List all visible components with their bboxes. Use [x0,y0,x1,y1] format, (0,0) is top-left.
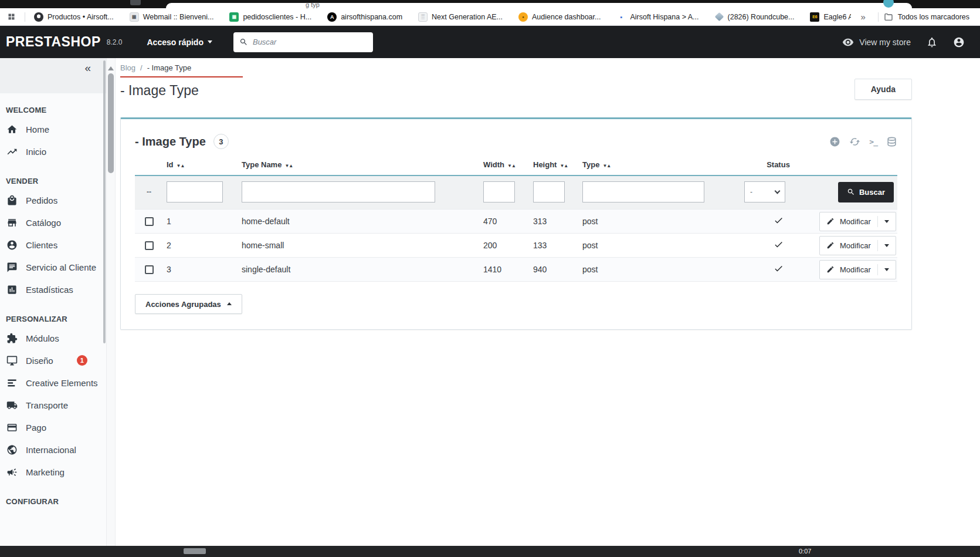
sidebar-section: CONFIGURAR [0,497,106,506]
panel-title: - Image Type [135,135,206,148]
modify-button[interactable]: Modificar [819,260,896,279]
terminal-icon[interactable]: >_ [869,137,877,146]
prestashop-logo[interactable]: PRESTASHOP [6,34,101,50]
bookmark-item[interactable]: (2826) Roundcube... [715,12,795,22]
bulk-actions-button[interactable]: Acciones Agrupadas [135,294,242,314]
bookmark-item[interactable]: Productos • Airsoft... [34,12,114,22]
sort-arrows-icon[interactable]: ▼▲ [177,163,185,168]
sidebar-item-modulos[interactable]: Módulos [0,327,106,349]
sort-arrows-icon[interactable]: ▼▲ [559,163,568,168]
dropdown-caret-icon[interactable] [884,244,889,249]
col-header-height[interactable]: Height▼▲ [530,158,579,175]
page: g typ Productos • Airsoft...▦Webmail :: … [0,0,980,557]
sidebar-item-home[interactable]: Home [0,118,106,140]
help-button[interactable]: Ayuda [854,79,912,100]
sidebar-item-creative-elements[interactable]: Creative Elements [0,372,106,394]
panel-toolbar: >_ [829,136,897,147]
main-scrollbar-thumb[interactable] [108,73,114,173]
modify-button[interactable]: Modificar [819,236,896,255]
bookmark-item[interactable]: ▪Airsoft Hispana > A... [616,12,698,22]
table-filter-row: -- - [135,175,897,210]
row-checkbox[interactable] [145,241,154,250]
quick-access-dropdown[interactable]: Acceso rápido [147,38,212,47]
browser-active-tab[interactable]: g typ [166,3,912,8]
main-scrollbar[interactable] [106,58,116,557]
all-bookmarks-button[interactable]: Todos los marcadores [884,12,974,22]
table-row: 1home-default470313postModificar [135,210,897,234]
add-circle-icon[interactable] [829,136,840,147]
sidebar-item-inicio[interactable]: Inicio [0,140,106,163]
sidebar-item-catalogo[interactable]: Catálogo [0,211,106,234]
cell-height: 133 [530,234,579,258]
search-input[interactable] [253,38,367,46]
sidebar-nav: WELCOMEHomeInicioVENDERPedidosCatálogoCl… [0,106,106,506]
cell-type: post [579,210,741,234]
sidebar-scrollbar-thumb[interactable] [103,60,106,343]
database-icon[interactable] [886,136,897,147]
sidebar-section-title: PERSONALIZAR [0,315,106,323]
col-header-id[interactable]: Id▼▲ [163,158,238,175]
sidebar-item-diseno[interactable]: Diseño1 [0,349,106,372]
sidebar-item-internacional[interactable]: Internacional [0,438,106,461]
breadcrumb-current: - Image Type [147,63,192,72]
filter-id-input[interactable] [167,181,223,202]
refresh-icon[interactable] [849,136,860,147]
status-enabled-check-icon[interactable] [774,264,784,274]
card-icon [6,422,18,433]
sidebar-item-marketing[interactable]: Marketing [0,461,106,483]
productos-favicon [34,12,43,22]
count-badge: 3 [213,134,229,149]
sidebar-item-transporte[interactable]: Transporte [0,394,106,416]
scroll-up-arrow-icon[interactable] [108,63,114,70]
sidebar-item-pago[interactable]: Pago [0,416,106,438]
dropdown-caret-icon[interactable] [884,268,889,274]
notifications-bell-icon[interactable] [926,36,938,48]
filter-type-input[interactable] [582,181,704,202]
col-header-width[interactable]: Width▼▲ [480,158,530,175]
breadcrumb-separator: / [140,63,143,72]
sort-arrows-icon[interactable]: ▼▲ [602,163,611,168]
sort-arrows-icon[interactable]: ▼▲ [507,163,516,168]
filter-width-input[interactable] [483,181,515,202]
col-header-type-name[interactable]: Type Name▼▲ [238,158,480,175]
sidebar-item-clientes[interactable]: Clientes [0,234,106,256]
bookmarks-overflow-chevron[interactable]: » [860,12,865,22]
bookmark-label: Next Generation AE... [432,13,503,21]
sidebar-collapse-icon[interactable]: « [84,62,91,75]
home-icon [6,124,18,135]
bookmark-item[interactable]: ▦pedidosclientes - H... [229,12,311,22]
row-checkbox[interactable] [145,265,154,274]
col-header-type[interactable]: Type▼▲ [579,158,741,175]
search-submit-button[interactable]: Buscar [838,182,894,202]
filter-status-select[interactable]: - [744,181,785,202]
status-enabled-check-icon[interactable] [774,239,784,249]
sidebar-item-pedidos[interactable]: Pedidos [0,189,106,211]
filter-height-input[interactable] [533,181,565,202]
title-row: - Image Type Ayuda [120,83,912,100]
sidebar-item-estadisticas[interactable]: Estadísticas [0,278,106,301]
eagle6-favicon: E6 [810,12,819,22]
sidebar-item-servicio-al-cliente[interactable]: Servicio al Cliente [0,256,106,278]
view-my-store-label: View my store [859,38,911,47]
bookmark-item[interactable]: ▦Webmail :: Bienveni... [130,12,214,22]
pencil-icon [826,217,835,225]
progress-segment[interactable] [184,548,206,554]
row-checkbox[interactable] [145,217,154,226]
chevron-up-icon [227,300,232,305]
bookmark-item[interactable]: Aairsofthispana.com [327,12,402,22]
user-account-icon[interactable] [953,36,965,48]
filter-type-name-input[interactable] [242,181,435,202]
bookmark-item[interactable]: ▒Next Generation AE... [418,12,503,22]
modify-button[interactable]: Modificar [819,212,896,231]
breadcrumb-parent-link[interactable]: Blog [120,63,135,72]
view-my-store-link[interactable]: View my store [842,36,911,48]
sort-arrows-icon[interactable]: ▼▲ [284,163,293,168]
status-enabled-check-icon[interactable] [774,215,784,225]
apps-grid-icon[interactable] [7,12,16,21]
bookmark-item[interactable]: ●Audience dashboar... [518,12,601,22]
pencil-icon [826,265,835,274]
table-row: 3single-default1410940postModificar [135,258,897,282]
bookmark-item[interactable]: E6Eagle6 Airsoft's Onli... [810,12,851,22]
search-icon [239,38,248,46]
dropdown-caret-icon[interactable] [884,220,889,225]
